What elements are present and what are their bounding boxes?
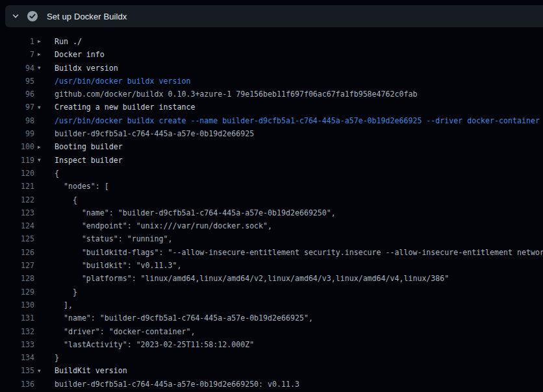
check-circle-icon — [27, 10, 38, 22]
log-group-toggle[interactable]: ▶Run ./ — [34, 35, 82, 48]
log-group-toggle[interactable]: ▶Docker info — [34, 48, 105, 61]
log-text: "buildkit": "v0.11.3", — [34, 259, 181, 272]
line-number[interactable]: 136 — [0, 378, 34, 391]
chevron-down-icon[interactable] — [11, 12, 20, 21]
log-line: 97▼Creating a new builder instance — [0, 101, 543, 114]
log-text: /usr/bin/docker buildx create --name bui… — [34, 114, 540, 127]
log-line: 99builder-d9cfb5a1-c764-445a-a57e-0b19d2… — [0, 127, 543, 140]
line-number[interactable]: 99 — [0, 127, 34, 140]
line-number[interactable]: 133 — [0, 338, 34, 351]
line-number[interactable]: 98 — [0, 114, 34, 127]
triangle-down-icon: ▼ — [38, 66, 41, 71]
log-group-toggle[interactable]: ▼BuildKit version — [34, 364, 127, 377]
log-line: 128 "platforms": "linux/amd64,linux/amd6… — [0, 272, 543, 285]
log-line: 100▶Booting builder — [0, 140, 543, 153]
line-number[interactable]: 129 — [0, 286, 34, 299]
line-number[interactable]: 119 — [0, 154, 34, 167]
line-number[interactable]: 96 — [0, 88, 34, 101]
log-text: "endpoint": "unix:///var/run/docker.sock… — [34, 219, 272, 232]
triangle-down-icon: ▼ — [38, 369, 41, 374]
line-number[interactable]: 120 — [0, 167, 34, 180]
log-line: 96github.com/docker/buildx 0.10.3+azure-… — [0, 88, 543, 101]
log-text: "status": "running", — [34, 232, 172, 245]
log-text: { — [34, 193, 77, 206]
log-group-toggle[interactable]: ▶Booting builder — [34, 140, 123, 153]
log-text: /usr/bin/docker buildx version — [34, 75, 190, 88]
line-number[interactable]: 126 — [0, 246, 34, 259]
line-number[interactable]: 132 — [0, 325, 34, 338]
line-number[interactable]: 124 — [0, 219, 34, 232]
log-line: 135▼BuildKit version — [0, 364, 543, 377]
group-title: Creating a new builder instance — [55, 103, 195, 112]
log-line: 124 "endpoint": "unix:///var/run/docker.… — [0, 219, 543, 232]
log-text: "name": "builder-d9cfb5a1-c764-445a-a57e… — [34, 312, 313, 325]
line-number[interactable]: 97 — [0, 101, 34, 114]
step-header[interactable]: Set up Docker Buildx — [5, 5, 543, 27]
line-number[interactable]: 122 — [0, 193, 34, 206]
log-text: } — [34, 286, 77, 299]
log-line: 1▶Run ./ — [0, 35, 543, 48]
line-number[interactable]: 123 — [0, 206, 34, 219]
log-text: "lastActivity": "2023-02-25T11:58:12.000… — [34, 338, 254, 351]
log-line: 129 } — [0, 286, 543, 299]
line-number[interactable]: 134 — [0, 351, 34, 364]
line-number[interactable]: 125 — [0, 232, 34, 245]
log-line: 126 "buildkitd-flags": "--allow-insecure… — [0, 246, 543, 259]
log-text: builder-d9cfb5a1-c764-445a-a57e-0b19d2e6… — [34, 127, 254, 140]
line-number[interactable]: 127 — [0, 259, 34, 272]
log-lines: 1▶Run ./7▶Docker info94▼Buildx version95… — [0, 35, 543, 391]
group-title: BuildKit version — [55, 366, 127, 375]
log-group-toggle[interactable]: ▼Inspect builder — [34, 154, 123, 167]
log-group-toggle[interactable]: ▼Creating a new builder instance — [34, 101, 195, 114]
log-line: 120{ — [0, 167, 543, 180]
line-number[interactable]: 130 — [0, 299, 34, 312]
group-title: Booting builder — [55, 142, 123, 151]
log-text: builder-d9cfb5a1-c764-445a-a57e-0b19d2e6… — [34, 378, 299, 391]
group-title: Docker info — [55, 50, 105, 59]
triangle-right-icon: ▶ — [38, 39, 41, 44]
log-line: 123 "name": "builder-d9cfb5a1-c764-445a-… — [0, 206, 543, 219]
log-text: github.com/docker/buildx 0.10.3+azure-1 … — [34, 88, 417, 101]
triangle-right-icon: ▶ — [38, 53, 41, 58]
log-line: 125 "status": "running", — [0, 232, 543, 245]
group-title: Buildx version — [55, 64, 118, 73]
triangle-down-icon: ▼ — [38, 105, 41, 110]
log-line: 7▶Docker info — [0, 48, 543, 61]
log-text: "nodes": [ — [34, 180, 109, 193]
log-text: "platforms": "linux/amd64,linux/amd64/v2… — [34, 272, 449, 285]
line-number[interactable]: 7 — [0, 48, 34, 61]
line-number[interactable]: 95 — [0, 75, 34, 88]
line-number[interactable]: 100 — [0, 140, 34, 153]
log-line: 121 "nodes": [ — [0, 180, 543, 193]
group-title: Inspect builder — [55, 156, 123, 165]
log-line: 122 { — [0, 193, 543, 206]
group-title: Run ./ — [55, 37, 82, 46]
log-line: 131 "name": "builder-d9cfb5a1-c764-445a-… — [0, 312, 543, 325]
log-text: { — [34, 167, 59, 180]
line-number[interactable]: 128 — [0, 272, 34, 285]
log-line: 98/usr/bin/docker buildx create --name b… — [0, 114, 543, 127]
log-line: 132 "driver": "docker-container", — [0, 325, 543, 338]
log-line: 94▼Buildx version — [0, 62, 543, 75]
line-number[interactable]: 94 — [0, 62, 34, 75]
log-line: 136builder-d9cfb5a1-c764-445a-a57e-0b19d… — [0, 378, 543, 391]
line-number[interactable]: 135 — [0, 364, 34, 377]
log-line: 127 "buildkit": "v0.11.3", — [0, 259, 543, 272]
line-number[interactable]: 1 — [0, 35, 34, 48]
log-line: 119▼Inspect builder — [0, 154, 543, 167]
line-number[interactable]: 121 — [0, 180, 34, 193]
step-title: Set up Docker Buildx — [47, 12, 127, 21]
log-text: "name": "builder-d9cfb5a1-c764-445a-a57e… — [34, 206, 336, 219]
log-line: 95/usr/bin/docker buildx version — [0, 75, 543, 88]
line-number[interactable]: 131 — [0, 312, 34, 325]
log-text: } — [34, 351, 59, 364]
log-text: "buildkitd-flags": "--allow-insecure-ent… — [34, 246, 543, 259]
triangle-right-icon: ▶ — [38, 145, 41, 150]
log-line: 130 ], — [0, 299, 543, 312]
log-line: 133 "lastActivity": "2023-02-25T11:58:12… — [0, 338, 543, 351]
log-line: 134} — [0, 351, 543, 364]
log-group-toggle[interactable]: ▼Buildx version — [34, 62, 118, 75]
triangle-down-icon: ▼ — [38, 158, 41, 163]
log-text: "driver": "docker-container", — [34, 325, 195, 338]
log-text: ], — [34, 299, 73, 312]
